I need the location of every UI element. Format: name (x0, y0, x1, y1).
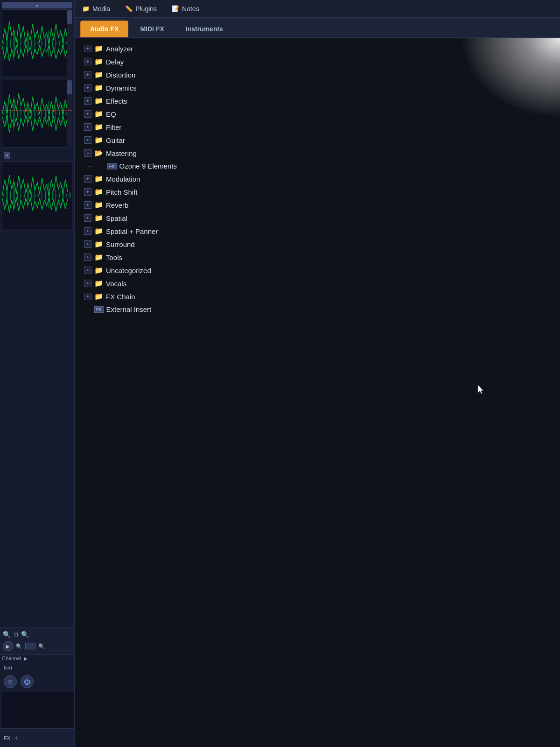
media-icon: 📁 (82, 5, 90, 12)
tree-item-fx-chain[interactable]: +📁FX Chain (75, 290, 560, 303)
folder-icon: 📁 (94, 97, 103, 105)
waveform-scrollbar-2[interactable] (67, 80, 72, 148)
expand-btn-spatial-+-panner[interactable]: + (84, 227, 91, 235)
mini-grid (0, 691, 74, 728)
tree-item-filter[interactable]: +📁Filter (75, 120, 560, 134)
folder-icon: 📁 (94, 57, 103, 66)
zoom-out-icon[interactable]: 🔍 (21, 631, 29, 638)
folder-icon: 📁 (94, 214, 103, 222)
tree-item-effects[interactable]: +📁Effects (75, 94, 560, 107)
item-label-pitch-shift: Pitch Shift (106, 188, 138, 196)
folder-icon: 📁 (94, 123, 103, 131)
waveform-scrollbar-1[interactable] (67, 9, 72, 77)
waveform-block-1 (2, 9, 72, 77)
expand-btn-analyzer[interactable]: + (84, 45, 91, 52)
top-nav: 📁 Media ✏️ Plugins 📝 Notes (75, 0, 560, 18)
zoom-in-icon[interactable]: 🔍 (3, 631, 11, 638)
expand-btn-vocals[interactable]: + (84, 280, 91, 287)
tab-midi-fx[interactable]: MIDI FX (130, 21, 174, 37)
zoom-small-icon[interactable]: ⊡ (14, 631, 18, 638)
item-label-analyzer: Analyzer (106, 45, 133, 53)
tree-item-reverb[interactable]: +📁Reverb (75, 198, 560, 211)
channel-expand-icon[interactable]: ▶ (24, 656, 28, 661)
zoom-minus-icon[interactable]: 🔍 (16, 643, 22, 649)
folder-icon: 📁 (94, 70, 103, 79)
route-button[interactable]: ⊙ (4, 675, 17, 688)
item-label-external-insert: External Insert (106, 305, 152, 313)
expand-btn-distortion[interactable]: + (84, 71, 91, 78)
titled-label: tled (4, 665, 12, 670)
channel-label: Channel (2, 655, 21, 661)
tree-item-distortion[interactable]: +📁Distortion (75, 68, 560, 81)
notes-icon: 📝 (172, 5, 179, 12)
fx-badge-icon: FX (107, 163, 117, 169)
expand-btn-filter[interactable]: + (84, 123, 91, 131)
expand-btn-dynamics[interactable]: + (84, 84, 91, 92)
zoom-plus-small-icon[interactable]: 🔍 (38, 643, 45, 649)
tree-item-analyzer[interactable]: +📁Analyzer (75, 42, 560, 55)
item-label-surround: Surround (106, 240, 135, 248)
channel-row: Channel ▶ (0, 655, 74, 662)
tab-instruments[interactable]: Instruments (176, 21, 233, 37)
expand-btn-spatial[interactable]: + (84, 214, 91, 222)
power-button[interactable]: ⏻ (21, 675, 34, 688)
tree-item-mastering[interactable]: −📂Mastering (75, 147, 560, 160)
tree-item-modulation[interactable]: +📁Modulation (75, 172, 560, 185)
expand-btn-effects[interactable]: + (84, 97, 91, 105)
folder-icon: 📁 (94, 201, 103, 209)
expand-btn-surround[interactable]: + (84, 240, 91, 248)
play-button[interactable]: ▶ (3, 641, 13, 651)
tree-item-dynamics[interactable]: +📁Dynamics (75, 81, 560, 94)
tab-audio-fx[interactable]: Audio FX (80, 21, 128, 37)
nav-plugins[interactable]: ✏️ Plugins (121, 3, 161, 14)
browser-content: +📁Analyzer+📁Delay+📁Distortion+📁Dynamics+… (75, 38, 560, 747)
tree-item-uncategorized[interactable]: +📁Uncategorized (75, 264, 560, 277)
waveform-area: ▲ (0, 0, 74, 627)
nav-media-label: Media (92, 5, 110, 13)
expand-btn-reverb[interactable]: + (84, 201, 91, 209)
expand-btn-tools[interactable]: + (84, 254, 91, 261)
tree-item-surround[interactable]: +📁Surround (75, 238, 560, 251)
expand-btn-uncategorized[interactable]: + (84, 267, 91, 274)
tree-item-tools[interactable]: +📁Tools (75, 251, 560, 264)
tree-item-external-insert[interactable]: FXExternal Insert (75, 303, 560, 316)
fx-add-button[interactable]: + (14, 734, 18, 742)
nav-plugins-label: Plugins (135, 5, 157, 13)
fx-bar: FX + (0, 728, 74, 747)
expand-btn-pitch-shift[interactable]: + (84, 188, 91, 196)
tree-item-vocals[interactable]: +📁Vocals (75, 277, 560, 290)
expand-btn-fx-chain[interactable]: + (84, 293, 91, 300)
nav-media[interactable]: 📁 Media (78, 3, 114, 14)
item-label-mastering: Mastering (106, 149, 137, 157)
expand-btn-guitar[interactable]: + (84, 136, 91, 144)
expand-btn-modulation[interactable]: + (84, 175, 91, 183)
tree-item-pitch-shift[interactable]: +📁Pitch Shift (75, 185, 560, 198)
zoom-box[interactable] (25, 643, 35, 649)
tree-item-spatial[interactable]: +📁Spatial (75, 211, 560, 225)
expand-btn-delay[interactable]: + (84, 58, 91, 65)
tree-item-spatial-+-panner[interactable]: +📁Spatial + Panner (75, 225, 560, 238)
folder-icon: 📁 (94, 240, 103, 248)
tree-item-delay[interactable]: +📁Delay (75, 55, 560, 68)
tree-item-guitar[interactable]: +📁Guitar (75, 134, 560, 147)
tab-bar: Audio FX MIDI FX Instruments (75, 18, 560, 38)
item-label-distortion: Distortion (106, 71, 135, 79)
plugins-icon: ✏️ (125, 5, 133, 12)
item-label-tools: Tools (106, 254, 122, 261)
nav-notes[interactable]: 📝 Notes (168, 3, 203, 14)
tab-audio-fx-label: Audio FX (90, 25, 119, 33)
tree-connector-h (88, 166, 94, 167)
expand-btn-eq[interactable]: + (84, 110, 91, 118)
tree-item-eq[interactable]: +📁EQ (75, 107, 560, 120)
expand-btn-mastering[interactable]: − (84, 149, 91, 157)
item-label-dynamics: Dynamics (106, 84, 137, 92)
folder-icon: 📁 (94, 110, 103, 118)
item-label-modulation: Modulation (106, 175, 140, 183)
item-label-eq: EQ (106, 110, 116, 118)
scroll-up-arrow[interactable]: ▲ (2, 2, 72, 8)
scroll-down-arrow[interactable]: ▼ (4, 152, 10, 159)
folder-icon: 📁 (94, 266, 103, 275)
tree-item-ozone-9-elements[interactable]: FXOzone 9 Elements (75, 160, 560, 172)
nav-notes-label: Notes (182, 5, 199, 13)
main-panel: 📁 Media ✏️ Plugins 📝 Notes Audio FX MIDI… (75, 0, 560, 747)
